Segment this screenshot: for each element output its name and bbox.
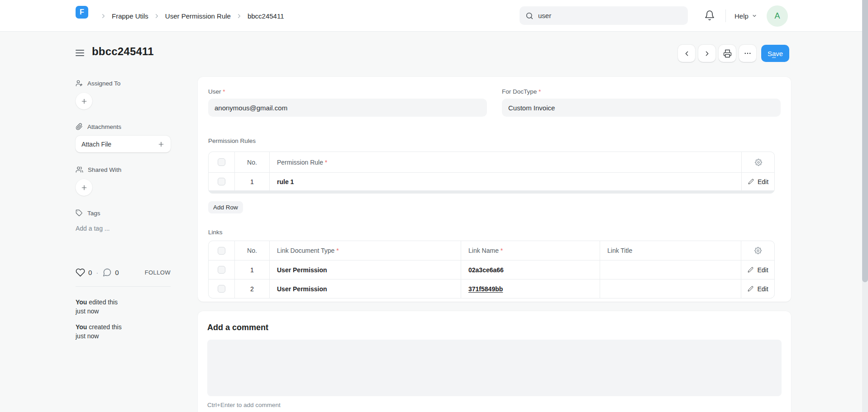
row-number: 1 bbox=[235, 260, 269, 279]
gear-icon bbox=[755, 159, 762, 166]
like-count: 0 bbox=[88, 269, 92, 276]
table-row bbox=[209, 260, 234, 279]
sidebar-toggle-button[interactable] bbox=[76, 50, 86, 56]
column-header-link-name: Link Name * bbox=[461, 241, 600, 260]
comment-bubble-icon bbox=[102, 268, 112, 277]
breadcrumb-item-current-doc[interactable]: bbcc245411 bbox=[248, 12, 284, 20]
column-header-no: No. bbox=[235, 152, 269, 172]
prev-document-button[interactable] bbox=[678, 45, 695, 62]
row-checkbox[interactable] bbox=[218, 178, 225, 185]
activity-edited: You edited this just now bbox=[76, 298, 171, 316]
frappe-app: F Frappe Utils User Permission Rule bbcc… bbox=[0, 0, 868, 412]
link-document-type-cell: User Permission bbox=[270, 279, 461, 298]
help-menu-button[interactable]: Help bbox=[734, 10, 757, 22]
next-document-button[interactable] bbox=[698, 45, 715, 62]
link-name-cell: 371f5849bb bbox=[461, 279, 600, 298]
separator-dot: · bbox=[96, 269, 98, 276]
plus-icon bbox=[157, 141, 165, 148]
like-button[interactable] bbox=[76, 268, 85, 277]
save-button[interactable]: Save bbox=[761, 45, 789, 62]
link-name-cell: 02a3ce6a66 bbox=[461, 260, 600, 279]
required-marker: * bbox=[539, 88, 541, 95]
add-assignment-button[interactable] bbox=[76, 93, 92, 109]
link-document-type-cell: User Permission bbox=[270, 260, 461, 279]
edit-row-button[interactable]: Edit bbox=[748, 285, 768, 293]
chevron-right-icon bbox=[703, 50, 711, 57]
row-number: 1 bbox=[235, 173, 269, 190]
row-number: 2 bbox=[235, 279, 269, 298]
gear-icon bbox=[754, 247, 762, 254]
user-field-label: User * bbox=[208, 88, 487, 95]
paperclip-icon bbox=[76, 123, 83, 130]
avatar-initial: A bbox=[774, 11, 780, 21]
table-settings-button[interactable] bbox=[754, 247, 762, 254]
column-header-link-title: Link Title bbox=[600, 241, 741, 260]
frappe-logo[interactable]: F bbox=[76, 6, 88, 19]
follow-button[interactable]: FOLLOW bbox=[145, 269, 171, 276]
global-search bbox=[520, 6, 688, 25]
user-field-group: User * bbox=[208, 88, 487, 117]
add-row-button[interactable]: Add Row bbox=[208, 201, 243, 213]
column-header-permission-rule: Permission Rule * bbox=[270, 152, 741, 172]
search-input[interactable] bbox=[538, 12, 674, 19]
pencil-icon bbox=[748, 286, 754, 292]
notifications-bell-button[interactable] bbox=[703, 9, 716, 22]
for-doctype-field[interactable] bbox=[502, 99, 781, 117]
for-doctype-field-label: For DocType * bbox=[502, 88, 781, 95]
scrollbar-thumb[interactable] bbox=[862, 0, 868, 282]
attach-file-label: Attach File bbox=[81, 141, 111, 148]
breadcrumb-item-frappe-utils[interactable]: Frappe Utils bbox=[112, 12, 148, 20]
table-row bbox=[209, 173, 234, 190]
page-actions: Save bbox=[678, 45, 789, 62]
print-button[interactable] bbox=[719, 45, 736, 62]
row-checkbox[interactable] bbox=[218, 285, 225, 293]
link-name-anchor[interactable]: 371f5849bb bbox=[468, 285, 503, 293]
chevron-down-icon bbox=[752, 13, 757, 19]
select-all-checkbox[interactable] bbox=[218, 158, 225, 166]
add-tag-input[interactable]: Add a tag ... bbox=[76, 225, 171, 232]
chevron-right-icon bbox=[100, 13, 107, 19]
share-button[interactable] bbox=[76, 179, 92, 196]
attach-file-button[interactable]: Attach File bbox=[76, 136, 171, 152]
edit-row-button[interactable]: Edit bbox=[748, 178, 768, 185]
link-title-cell bbox=[600, 260, 741, 279]
menu-icon bbox=[76, 50, 84, 51]
breadcrumb-item-user-permission-rule[interactable]: User Permission Rule bbox=[165, 12, 231, 20]
bell-icon bbox=[704, 10, 715, 21]
select-all-checkbox[interactable] bbox=[218, 247, 225, 255]
menu-ellipsis-button[interactable] bbox=[739, 45, 756, 62]
chevron-left-icon bbox=[683, 50, 691, 57]
ellipsis-icon bbox=[744, 49, 752, 57]
permission-rules-table: No. Permission Rule * 1 rule 1 Edit bbox=[208, 152, 775, 194]
tag-icon bbox=[76, 209, 83, 217]
attachments-section: Attachments bbox=[76, 123, 171, 131]
edit-row-button[interactable]: Edit bbox=[748, 266, 768, 274]
row-checkbox[interactable] bbox=[218, 266, 225, 274]
chevron-right-icon bbox=[236, 13, 243, 19]
activity-created: You created this just now bbox=[76, 322, 171, 341]
link-title-cell bbox=[600, 279, 741, 298]
table-settings-button[interactable] bbox=[755, 159, 762, 166]
navbar-divider bbox=[725, 9, 726, 22]
assigned-to-label: Assigned To bbox=[87, 80, 120, 87]
plus-icon bbox=[81, 184, 88, 191]
comment-hint: Ctrl+Enter to add comment bbox=[207, 402, 782, 408]
shared-with-label: Shared With bbox=[88, 166, 121, 173]
user-field[interactable] bbox=[208, 99, 487, 117]
permission-rule-cell: rule 1 bbox=[270, 173, 741, 190]
permission-rules-section-label: Permission Rules bbox=[208, 137, 781, 145]
attachments-label: Attachments bbox=[87, 123, 121, 130]
comment-input[interactable] bbox=[207, 340, 782, 396]
scrollbar-track bbox=[862, 0, 868, 412]
links-table: No. Link Document Type * Link Name * Lin… bbox=[208, 241, 775, 298]
plus-icon bbox=[81, 98, 88, 105]
document-reactions: 0 · 0 FOLLOW bbox=[76, 268, 171, 277]
printer-icon bbox=[723, 49, 732, 58]
comments-button[interactable] bbox=[102, 268, 112, 277]
user-avatar[interactable]: A bbox=[767, 5, 788, 27]
shared-users-icon bbox=[76, 166, 83, 173]
tags-section: Tags bbox=[76, 209, 171, 217]
frappe-logo-letter: F bbox=[80, 8, 84, 16]
heart-icon bbox=[76, 268, 85, 277]
pencil-icon bbox=[748, 179, 754, 185]
